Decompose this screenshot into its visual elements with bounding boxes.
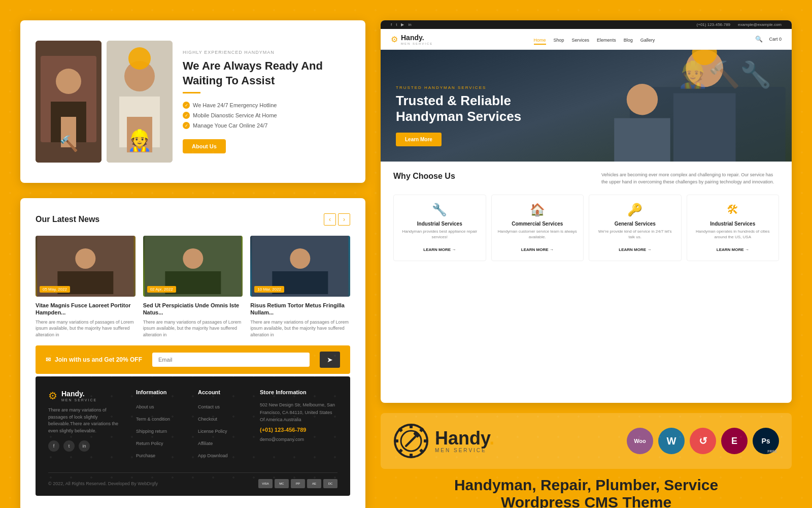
- service-industrial-icon: 🔧: [400, 203, 480, 217]
- footer-email: demo@company.com: [260, 436, 337, 443]
- footer-link-terms[interactable]: Term & condition: [136, 417, 170, 422]
- service-commercial-learn-more[interactable]: LEARN MORE →: [521, 247, 554, 252]
- svg-point-16: [183, 248, 203, 269]
- footer-account-title: Account: [198, 389, 250, 395]
- footer-link-affiliate[interactable]: Affiliate: [198, 441, 213, 446]
- about-us-button[interactable]: About Us: [183, 139, 226, 153]
- svg-rect-38: [419, 449, 424, 454]
- footer-link-checkout[interactable]: Checkout: [198, 417, 217, 422]
- news-section-title: Our Latest News: [36, 215, 99, 224]
- footer-link-purchase[interactable]: Purchase: [136, 453, 155, 458]
- svg-point-20: [290, 248, 311, 269]
- service-industrial2-learn-more[interactable]: LEARN MORE →: [717, 247, 749, 252]
- site-twitter-icon[interactable]: t: [396, 22, 397, 27]
- service-industrial2-name: Industrial Services: [693, 221, 773, 227]
- svg-rect-33: [410, 424, 413, 428]
- branding-section: HandyHandy.. MEN SERVICE Woo W ↺: [381, 413, 792, 508]
- news-title-1: Vitae Magnis Fusce Laoreet Portitor Hamp…: [36, 302, 136, 316]
- site-nav-home[interactable]: Home: [534, 38, 546, 45]
- site-cart[interactable]: Cart 0: [769, 37, 782, 42]
- svg-point-12: [75, 248, 95, 269]
- footer-social: f t in: [48, 440, 126, 452]
- footer-logo: ⚙ Handy. MEN SERVICE: [48, 389, 126, 402]
- news-text-3: There are many variations of passages of…: [250, 319, 350, 338]
- wordpress-icon: W: [658, 428, 685, 454]
- site-facebook-icon[interactable]: f: [391, 22, 392, 27]
- brand-name: HandyHandy..: [435, 429, 494, 448]
- footer-link-contact[interactable]: Contact us: [198, 404, 220, 409]
- news-image-1: 05 May, 2022: [36, 236, 136, 297]
- hero-images: [36, 41, 173, 163]
- newsletter-label: ✉ Join with us and Get 20% OFF: [46, 356, 142, 363]
- svg-rect-4: [61, 117, 76, 147]
- footer-store-title: Store Information: [260, 389, 337, 395]
- why-choose-us-section: Why Choose Us Vehicles are becoming ever…: [381, 162, 792, 271]
- hero-card: HIGHLY EXPERIENCED HANDYMAN We Are Alway…: [20, 20, 365, 183]
- site-nav-services[interactable]: Services: [572, 38, 590, 43]
- service-card-general: 🔑 General Services We're provide kind of…: [589, 195, 682, 261]
- left-column: HIGHLY EXPERIENCED HANDYMAN We Are Alway…: [20, 20, 365, 508]
- service-general-learn-more[interactable]: LEARN MORE →: [619, 247, 651, 252]
- footer-link-shipping[interactable]: Shipping return: [136, 429, 167, 434]
- service-industrial-desc: Handyman provides best appliance repair …: [400, 229, 480, 240]
- site-youtube-icon[interactable]: ▶: [401, 22, 404, 27]
- newsletter-input[interactable]: [152, 353, 310, 367]
- mail-icon: ✉: [46, 356, 51, 363]
- news-title-3: Risus Retium Tortor Metus Fringilla Null…: [250, 302, 350, 316]
- site-logo-gear-icon: ⚙: [391, 35, 398, 44]
- site-search-icon[interactable]: 🔍: [755, 36, 763, 43]
- site-nav-gallery[interactable]: Gallery: [640, 38, 655, 43]
- site-nav-elements[interactable]: Elements: [597, 38, 616, 43]
- footer-grid: ⚙ Handy. MEN SERVICE There are many vari…: [48, 389, 337, 462]
- site-nav-shop[interactable]: Shop: [554, 38, 564, 43]
- footer-link-license[interactable]: License Policy: [198, 429, 227, 434]
- svg-line-31: [406, 436, 416, 446]
- site-nav-blog[interactable]: Blog: [624, 38, 633, 43]
- site-hero-learn-more-button[interactable]: Learn More: [396, 133, 442, 146]
- hero-features: ✓ We Have 24/7 Emergency Hotline ✓ Mobil…: [183, 102, 350, 129]
- news-text-2: There are many variations of passages of…: [143, 319, 243, 338]
- site-topbar-email: example@example.com: [738, 22, 782, 27]
- site-topbar-social: f t ▶ in: [391, 22, 412, 27]
- feature-item-3: ✓ Manage Youe Car Online 24/7: [183, 122, 350, 129]
- news-image-2: 02 Apr, 2022: [143, 236, 243, 297]
- service-card-industrial: 🔧 Industrial Services Handyman provides …: [393, 195, 486, 261]
- service-card-commercial: 🏠 Commercial Services Handyman customer …: [491, 195, 584, 261]
- service-general-desc: We're provide kind of service in 24/7 le…: [595, 229, 675, 240]
- service-industrial-learn-more[interactable]: LEARN MORE →: [423, 247, 456, 252]
- site-hero-tag: TRUSTED HANDYMAN SERVICES: [396, 85, 776, 90]
- news-image-3: 10 Mar, 2022: [250, 236, 350, 297]
- brand-logo-main: HandyHandy.. MEN SERVICE: [393, 423, 494, 459]
- why-description: Vehicles are becoming ever more complex …: [601, 172, 779, 185]
- svg-rect-9: [127, 117, 152, 152]
- service-general-icon: 🔑: [595, 203, 675, 217]
- site-nav-right: 🔍 Cart 0: [755, 36, 782, 43]
- news-prev-button[interactable]: ‹: [324, 213, 336, 226]
- payment-icons: VISA MC PP AE DC: [258, 479, 337, 488]
- footer-instagram-icon[interactable]: in: [79, 440, 90, 452]
- hero-image-1: [36, 41, 101, 163]
- news-item-1: 05 May, 2022 Vitae Magnis Fusce Laoreet …: [36, 236, 136, 338]
- newsletter-submit-button[interactable]: ➤: [320, 352, 340, 368]
- svg-point-25: [692, 50, 717, 65]
- hero-tag: HIGHLY EXPERIENCED HANDYMAN: [183, 50, 350, 55]
- footer-brand-col: ⚙ Handy. MEN SERVICE There are many vari…: [48, 389, 126, 462]
- site-linkedin-icon[interactable]: in: [408, 22, 411, 27]
- footer-account-links: Contact us Checkout License Policy Affil…: [198, 401, 250, 459]
- hero-divider: [183, 92, 200, 93]
- footer-twitter-icon[interactable]: t: [63, 440, 75, 452]
- brand-tagline-sub: Wordpress CMS Theme: [381, 494, 792, 508]
- footer-link-app[interactable]: App Download: [198, 453, 228, 458]
- footer-facebook-icon[interactable]: f: [48, 440, 59, 452]
- footer-link-return[interactable]: Return Policy: [136, 441, 163, 446]
- footer-info-col: Information About us Term & condition Sh…: [136, 389, 188, 462]
- brand-gear-icon: [393, 423, 429, 459]
- news-item-3: 10 Mar, 2022 Risus Retium Tortor Metus F…: [250, 236, 350, 338]
- footer: ⚙ Handy. MEN SERVICE There are many vari…: [36, 376, 350, 496]
- footer-link-about[interactable]: About us: [136, 404, 154, 409]
- hero-image-2: [107, 41, 173, 163]
- refresh-icon: ↺: [690, 428, 716, 454]
- news-next-button[interactable]: ›: [338, 213, 350, 226]
- footer-address: 502 New Design Str, Melbourne, San Franc…: [260, 401, 337, 423]
- footer-store-col: Store Information 502 New Design Str, Me…: [260, 389, 337, 462]
